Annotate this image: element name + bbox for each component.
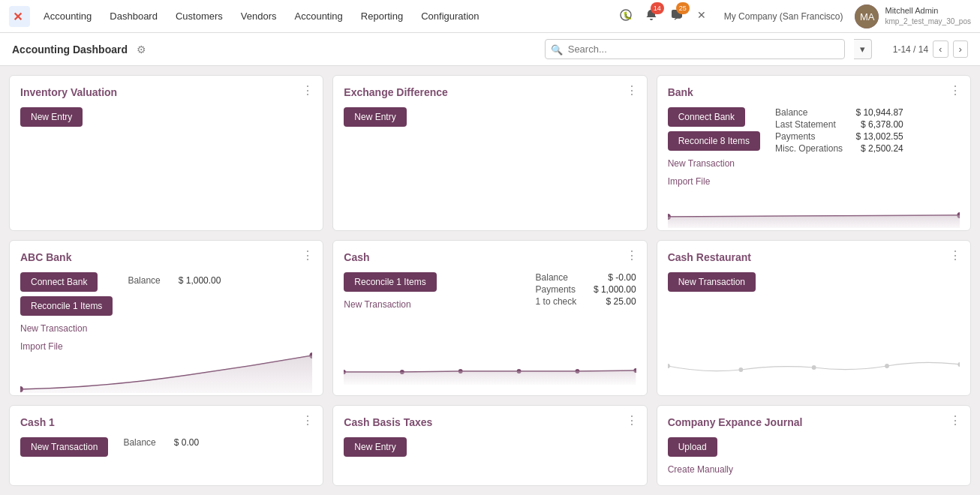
- card-actions-bank: Connect Bank Reconcile 8 Items New Trans…: [668, 107, 760, 187]
- svg-point-20: [811, 365, 816, 370]
- card-bank: Bank ⋮ Connect Bank Reconcile 8 Items Ne…: [657, 75, 971, 231]
- card-company-expance-journal: Company Expance Journal ⋮ Upload Create …: [657, 405, 971, 486]
- search-wrapper: 🔍: [545, 39, 845, 59]
- search-input[interactable]: [545, 39, 845, 59]
- chart-cash: [344, 344, 636, 385]
- card-actions-cash-restaurant: New Transaction: [668, 272, 960, 292]
- card-menu-bank[interactable]: ⋮: [949, 85, 961, 97]
- card-menu-cash-basis-taxes[interactable]: ⋮: [626, 415, 638, 427]
- new-transaction-link-abc[interactable]: New Transaction: [20, 323, 87, 334]
- svg-point-19: [738, 368, 743, 372]
- card-menu-exchange-difference[interactable]: ⋮: [626, 85, 638, 97]
- new-transaction-btn-cash1[interactable]: New Transaction: [20, 437, 108, 457]
- card-stats-abc-bank: Balance$ 1,000.00: [128, 275, 221, 286]
- card-actions-company-expance: Upload Create Manually: [668, 437, 960, 475]
- card-menu-cash-restaurant[interactable]: ⋮: [949, 250, 961, 262]
- reconcile-items-btn-cash[interactable]: Reconcile 1 Items: [344, 272, 436, 292]
- nav-icons: 🐛 14 25 ✕ My Company (San Francisco) MA …: [616, 4, 971, 28]
- card-actions-cash: Reconcile 1 Items New Transaction: [344, 272, 436, 310]
- user-sub: kmp_2_test_may_30_pos: [885, 16, 971, 27]
- new-transaction-btn-cash-restaurant[interactable]: New Transaction: [668, 272, 756, 292]
- settings-icon[interactable]: ⚙: [137, 44, 146, 56]
- chart-abc-bank: [20, 352, 312, 393]
- chat-icon-btn[interactable]: 25: [667, 5, 687, 27]
- card-stats-cash-1: Balance$ 0.00: [123, 437, 199, 448]
- svg-text:MA: MA: [860, 11, 875, 22]
- card-title-cash: Cash: [344, 251, 636, 263]
- bug-icon-btn[interactable]: 🐛: [616, 5, 636, 27]
- card-cash-restaurant: Cash Restaurant ⋮ New Transaction: [657, 240, 971, 396]
- svg-text:🐛: 🐛: [623, 10, 633, 20]
- card-body-cash: Reconcile 1 Items New Transaction Balanc…: [344, 272, 636, 310]
- card-inventory-valuation: Inventory Valuation ⋮ New Entry: [9, 75, 323, 231]
- card-menu-company-expance[interactable]: ⋮: [949, 415, 961, 427]
- top-nav: ✕ Accounting Dashboard Customers Vendors…: [0, 0, 980, 33]
- card-menu-abc-bank[interactable]: ⋮: [302, 250, 314, 262]
- bell-icon-btn[interactable]: 14: [642, 5, 661, 27]
- card-exchange-difference: Exchange Difference ⋮ New Entry: [332, 75, 647, 231]
- next-page-btn[interactable]: ›: [953, 40, 968, 58]
- search-dropdown-btn[interactable]: ▾: [854, 39, 872, 59]
- new-entry-btn-cash-basis[interactable]: New Entry: [344, 437, 406, 457]
- svg-point-22: [957, 362, 960, 367]
- card-abc-bank: ABC Bank ⋮ Connect Bank Reconcile 1 Item…: [9, 240, 323, 396]
- pagination: 1-14 / 14 ‹ ›: [893, 40, 968, 58]
- card-actions-cash-1: New Transaction: [20, 437, 108, 457]
- card-cash-basis-taxes: Cash Basis Taxes ⋮ New Entry: [332, 405, 647, 486]
- card-title-abc-bank: ABC Bank: [20, 251, 312, 263]
- import-file-link-bank[interactable]: Import File: [668, 176, 711, 187]
- chat-badge: 25: [676, 2, 690, 14]
- card-stats-bank: Balance$ 10,944.87 Last Statement$ 6,378…: [775, 107, 903, 154]
- card-cash-1: Cash 1 ⋮ New Transaction Balance$ 0.00: [9, 405, 323, 486]
- user-info: Mitchell Admin kmp_2_test_may_30_pos: [885, 5, 971, 27]
- new-transaction-link-cash[interactable]: New Transaction: [344, 299, 410, 310]
- nav-configuration[interactable]: Configuration: [413, 6, 486, 26]
- nav-reporting[interactable]: Reporting: [353, 6, 410, 26]
- card-cash: Cash ⋮ Reconcile 1 Items New Transaction…: [332, 240, 647, 396]
- svg-point-18: [668, 364, 670, 368]
- bell-badge: 14: [651, 2, 664, 14]
- sub-header: Accounting Dashboard ⚙ 🔍 ▾ 1-14 / 14 ‹ ›: [0, 33, 980, 66]
- upload-btn-company-expance[interactable]: Upload: [668, 437, 717, 457]
- nav-customers[interactable]: Customers: [168, 6, 230, 26]
- dashboard-grid: Inventory Valuation ⋮ New Entry Exchange…: [0, 66, 980, 495]
- card-actions-abc-bank: Connect Bank Reconcile 1 Items New Trans…: [20, 272, 113, 352]
- card-menu-cash[interactable]: ⋮: [626, 250, 638, 262]
- chart-cash-restaurant: [668, 344, 960, 385]
- card-actions-cash-basis-taxes: New Entry: [344, 437, 636, 457]
- pagination-label: 1-14 / 14: [893, 44, 928, 55]
- card-body-cash-1: New Transaction Balance$ 0.00: [20, 437, 312, 457]
- new-entry-btn-inventory[interactable]: New Entry: [20, 107, 83, 127]
- page-title: Accounting Dashboard: [12, 44, 128, 56]
- new-entry-btn-exchange[interactable]: New Entry: [344, 107, 406, 127]
- card-title-cash-1: Cash 1: [20, 416, 312, 428]
- card-title-company-expance: Company Expance Journal: [668, 416, 960, 428]
- card-title-inventory-valuation: Inventory Valuation: [20, 86, 312, 98]
- user-avatar[interactable]: MA: [855, 4, 879, 28]
- nav-vendors[interactable]: Vendors: [233, 6, 284, 26]
- import-file-link-abc[interactable]: Import File: [20, 341, 63, 352]
- card-actions-exchange-difference: New Entry: [344, 107, 636, 127]
- connect-bank-btn-abc[interactable]: Connect Bank: [20, 272, 98, 292]
- user-name: Mitchell Admin: [885, 6, 938, 15]
- reconcile-items-btn-bank[interactable]: Reconcile 8 Items: [668, 131, 760, 151]
- card-menu-cash-1[interactable]: ⋮: [302, 415, 314, 427]
- svg-text:✕: ✕: [697, 9, 706, 21]
- card-body-bank: Connect Bank Reconcile 8 Items New Trans…: [668, 107, 960, 187]
- close-icon-btn[interactable]: ✕: [693, 5, 712, 27]
- card-title-cash-basis-taxes: Cash Basis Taxes: [344, 416, 636, 428]
- connect-bank-btn-bank[interactable]: Connect Bank: [668, 107, 745, 127]
- chart-bank: [668, 187, 960, 228]
- card-menu-inventory-valuation[interactable]: ⋮: [302, 85, 314, 97]
- svg-text:✕: ✕: [13, 10, 23, 23]
- nav-dashboard[interactable]: Dashboard: [102, 6, 165, 26]
- reconcile-items-btn-abc[interactable]: Reconcile 1 Items: [20, 296, 113, 316]
- prev-page-btn[interactable]: ‹: [933, 40, 948, 58]
- app-logo[interactable]: ✕: [9, 6, 30, 27]
- card-actions-inventory-valuation: New Entry: [20, 107, 312, 127]
- nav-accounting[interactable]: Accounting: [36, 6, 99, 26]
- new-transaction-link-bank[interactable]: New Transaction: [668, 158, 735, 169]
- create-manually-link-company-expance[interactable]: Create Manually: [668, 464, 733, 475]
- nav-accounting2[interactable]: Accounting: [287, 6, 350, 26]
- company-name: My Company (San Francisco): [724, 11, 843, 22]
